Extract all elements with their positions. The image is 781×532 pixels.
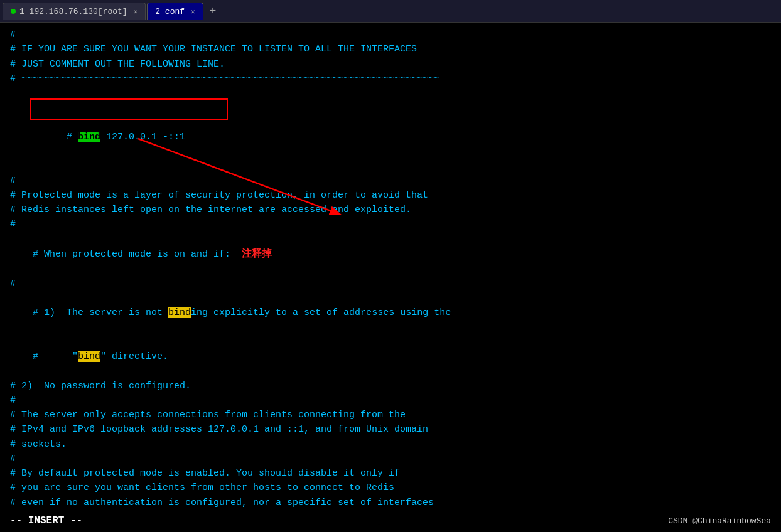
line-22: # even if no authentication is configure… bbox=[10, 496, 771, 510]
bind-keyword-2: bind bbox=[168, 307, 191, 318]
line-11: # bbox=[10, 277, 771, 291]
tab-conf-close[interactable]: ✕ bbox=[191, 8, 195, 16]
line12-after: ing explicitly to a set of addresses usi… bbox=[191, 307, 451, 318]
line-14: # 2) No password is configured. bbox=[10, 379, 771, 393]
tab-ssh[interactable]: 1 192.168.76.130[root] ✕ bbox=[3, 3, 146, 20]
line5-suffix: 127.0.0.1 -::1 bbox=[100, 132, 185, 142]
bottom-bar: -- INSERT -- CSDN @ChinaRainbowSea bbox=[0, 509, 781, 532]
line-3: # JUST COMMENT OUT THE FOLLOWING LINE. bbox=[10, 57, 771, 72]
line-13: # "bind" directive. bbox=[10, 335, 771, 379]
line-10: # When protected mode is on and if: 注释掉 bbox=[10, 232, 771, 277]
tab-conf[interactable]: 2 conf ✕ bbox=[147, 3, 203, 20]
line13-after: " directive. bbox=[100, 351, 168, 362]
line-18: # sockets. bbox=[10, 437, 771, 452]
bind-keyword-1: bind bbox=[78, 132, 100, 142]
line10-text: # When protected mode is on and if: bbox=[33, 249, 242, 260]
line-9: # bbox=[10, 217, 771, 231]
line-1: # bbox=[10, 28, 771, 42]
tab-ssh-label: 1 192.168.76.130[root] bbox=[19, 7, 127, 16]
line-6: # bbox=[10, 174, 771, 188]
line-12: # 1) The server is not binding explicitl… bbox=[10, 291, 771, 335]
line-16: # The server only accepts connections fr… bbox=[10, 408, 771, 422]
insert-label: -- INSERT -- bbox=[10, 515, 82, 526]
line12-before: # 1) The server is not bbox=[33, 307, 168, 318]
line-15: # bbox=[10, 393, 771, 408]
tab-conf-label: 2 conf bbox=[155, 7, 185, 16]
line13-before: # " bbox=[33, 351, 78, 362]
tab-dot bbox=[11, 9, 16, 14]
line-5-bind: # bind 127.0.0.1 -::1 bbox=[10, 86, 771, 174]
red-box-border bbox=[30, 98, 228, 120]
line-4: # ~~~~~~~~~~~~~~~~~~~~~~~~~~~~~~~~~~~~~~… bbox=[10, 72, 771, 86]
tab-bar: 1 192.168.76.130[root] ✕ 2 conf ✕ + bbox=[0, 0, 781, 23]
tab-ssh-close[interactable]: ✕ bbox=[134, 8, 138, 16]
terminal: # # IF YOU ARE SURE YOU WANT YOUR INSTAN… bbox=[0, 23, 781, 532]
tab-add-button[interactable]: + bbox=[205, 4, 222, 18]
line-19: # bbox=[10, 452, 771, 466]
line-21: # you are sure you want clients from oth… bbox=[10, 481, 771, 495]
line5-prefix: # bbox=[67, 132, 78, 142]
line-8: # Redis instances left open on the inter… bbox=[10, 203, 771, 217]
line-7: # Protected mode is a layer of security … bbox=[10, 188, 771, 203]
bind-keyword-3: bind bbox=[78, 351, 100, 362]
line-17: # IPv4 and IPv6 loopback addresses 127.0… bbox=[10, 422, 771, 437]
csdn-label: CSDN @ChinaRainbowSea bbox=[668, 516, 771, 526]
line-2: # IF YOU ARE SURE YOU WANT YOUR INSTANCE… bbox=[10, 42, 771, 56]
annotation-chinese: 注释掉 bbox=[242, 248, 272, 260]
line-20: # By default protected mode is enabled. … bbox=[10, 466, 771, 481]
